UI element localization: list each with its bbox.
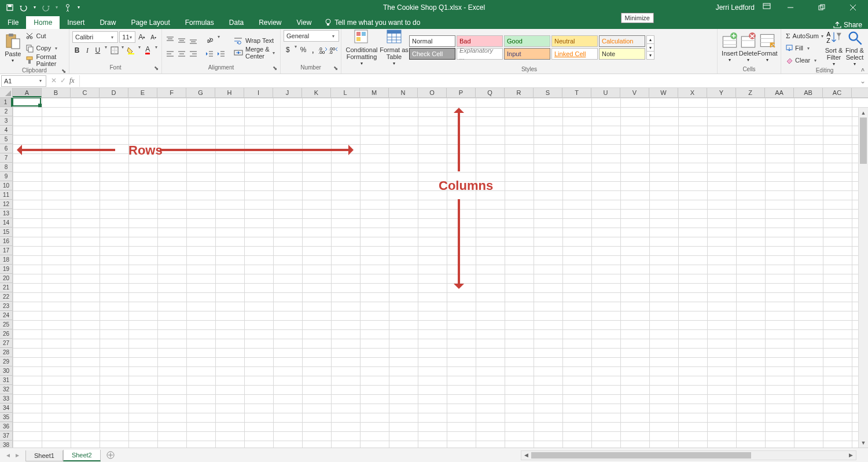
tell-me-search[interactable]: Tell me what you want to do bbox=[319, 16, 426, 29]
font-color-icon[interactable]: A bbox=[143, 45, 152, 56]
column-header[interactable]: A bbox=[13, 88, 42, 97]
row-header[interactable]: 17 bbox=[0, 246, 12, 255]
number-launcher-icon[interactable]: ⬊ bbox=[332, 64, 339, 71]
maximize-button[interactable] bbox=[810, 0, 833, 14]
row-header[interactable]: 19 bbox=[0, 265, 12, 274]
row-header[interactable]: 4 bbox=[0, 126, 12, 135]
format-cells-button[interactable]: Format▾ bbox=[757, 30, 778, 65]
style-calculation[interactable]: Calculation bbox=[599, 35, 645, 47]
wrap-text-button[interactable]: Wrap Text bbox=[232, 35, 277, 46]
row-header[interactable]: 26 bbox=[0, 329, 12, 339]
column-header[interactable]: M bbox=[360, 88, 389, 97]
decrease-indent-icon[interactable] bbox=[204, 48, 215, 60]
column-header[interactable]: U bbox=[591, 88, 620, 97]
chevron-down-icon[interactable]: ▾ bbox=[104, 45, 109, 56]
column-header[interactable]: G bbox=[186, 88, 215, 97]
styles-gallery-more[interactable]: ▴ ▾ ▾ bbox=[646, 35, 654, 60]
row-header[interactable]: 22 bbox=[0, 292, 12, 302]
align-right-icon[interactable] bbox=[188, 48, 198, 60]
row-header[interactable]: 30 bbox=[0, 366, 12, 376]
formula-bar-input[interactable] bbox=[79, 75, 858, 87]
column-header[interactable]: D bbox=[100, 88, 128, 97]
align-middle-icon[interactable] bbox=[176, 34, 187, 46]
tab-home[interactable]: Home bbox=[26, 16, 60, 29]
bold-icon[interactable]: B bbox=[72, 45, 82, 56]
scroll-down-icon[interactable]: ▼ bbox=[859, 438, 868, 448]
copy-button[interactable]: Copy▾ bbox=[24, 42, 66, 54]
sheet-tab-sheet1[interactable]: Sheet1 bbox=[25, 450, 63, 461]
row-header[interactable]: 27 bbox=[0, 339, 12, 348]
tab-draw[interactable]: Draw bbox=[92, 16, 123, 29]
row-header[interactable]: 36 bbox=[0, 422, 12, 431]
row-header[interactable]: 31 bbox=[0, 376, 12, 385]
paste-button[interactable]: Paste ▾ bbox=[3, 31, 23, 65]
style-input[interactable]: Input bbox=[504, 48, 550, 60]
format-as-table-button[interactable]: Format as Table▾ bbox=[379, 30, 409, 65]
column-header[interactable]: F bbox=[157, 88, 186, 97]
scroll-up-icon[interactable]: ▲ bbox=[859, 108, 868, 118]
row-header[interactable]: 5 bbox=[0, 135, 12, 144]
alignment-launcher-icon[interactable]: ⬊ bbox=[271, 64, 278, 71]
share-button[interactable]: Share bbox=[833, 21, 862, 29]
row-header[interactable]: 12 bbox=[0, 200, 12, 209]
row-header[interactable]: 14 bbox=[0, 218, 12, 228]
row-header[interactable]: 16 bbox=[0, 237, 12, 246]
chevron-down-icon[interactable]: ▾ bbox=[293, 44, 298, 56]
gallery-expand-icon[interactable]: ▾ bbox=[647, 52, 654, 59]
align-top-icon[interactable] bbox=[165, 34, 175, 46]
new-sheet-button[interactable] bbox=[104, 449, 117, 461]
row-header[interactable]: 9 bbox=[0, 172, 12, 181]
column-header[interactable]: W bbox=[649, 88, 678, 97]
font-launcher-icon[interactable]: ⬊ bbox=[153, 64, 160, 71]
column-header[interactable]: Z bbox=[736, 88, 765, 97]
row-header[interactable]: 33 bbox=[0, 394, 12, 404]
column-header[interactable]: H bbox=[215, 88, 244, 97]
minimize-button[interactable] bbox=[779, 0, 802, 14]
row-header[interactable]: 15 bbox=[0, 228, 12, 237]
row-header[interactable]: 7 bbox=[0, 153, 12, 163]
style-check-cell[interactable]: Check Cell bbox=[409, 48, 455, 60]
column-header[interactable]: P bbox=[447, 88, 476, 97]
tab-view[interactable]: View bbox=[289, 16, 319, 29]
chevron-down-icon[interactable]: ▾ bbox=[137, 45, 142, 56]
scroll-up-icon[interactable]: ▴ bbox=[647, 36, 654, 44]
sheet-nav-next-icon[interactable]: ▸ bbox=[13, 451, 22, 459]
column-header[interactable]: S bbox=[534, 88, 562, 97]
save-icon[interactable] bbox=[6, 3, 14, 12]
clipboard-launcher-icon[interactable]: ⬊ bbox=[60, 67, 67, 74]
column-header[interactable]: X bbox=[678, 88, 707, 97]
comma-format-icon[interactable]: , bbox=[308, 44, 317, 56]
row-header[interactable]: 38 bbox=[0, 441, 12, 448]
number-format-combo[interactable]: General▾ bbox=[284, 30, 339, 42]
row-header[interactable]: 8 bbox=[0, 163, 12, 172]
row-header[interactable]: 20 bbox=[0, 274, 12, 283]
scroll-right-icon[interactable]: ▶ bbox=[846, 452, 856, 458]
row-header[interactable]: 24 bbox=[0, 311, 12, 320]
merge-center-button[interactable]: Merge & Center▾ bbox=[232, 47, 277, 58]
column-header[interactable]: N bbox=[389, 88, 418, 97]
undo-icon[interactable] bbox=[20, 3, 28, 12]
borders-icon[interactable] bbox=[110, 45, 119, 56]
tab-file[interactable]: File bbox=[0, 16, 26, 29]
format-painter-button[interactable]: Format Painter bbox=[24, 54, 66, 66]
cut-button[interactable]: Cut bbox=[24, 30, 66, 42]
redo-icon[interactable] bbox=[42, 3, 50, 12]
row-header[interactable]: 21 bbox=[0, 283, 12, 292]
row-header[interactable]: 37 bbox=[0, 431, 12, 441]
chevron-down-icon[interactable]: ▾ bbox=[120, 45, 126, 56]
column-header[interactable]: Q bbox=[476, 88, 505, 97]
orientation-icon[interactable]: ab bbox=[204, 34, 215, 46]
conditional-formatting-button[interactable]: Conditional Formatting▾ bbox=[344, 30, 379, 65]
row-header[interactable]: 29 bbox=[0, 357, 12, 366]
row-header[interactable]: 28 bbox=[0, 348, 12, 357]
column-header[interactable]: V bbox=[620, 88, 649, 97]
align-center-icon[interactable] bbox=[176, 48, 187, 60]
column-header[interactable]: R bbox=[505, 88, 534, 97]
column-header[interactable]: B bbox=[42, 88, 71, 97]
column-header[interactable]: AB bbox=[794, 88, 823, 97]
font-size-combo[interactable]: 11▾ bbox=[119, 31, 135, 43]
chevron-down-icon[interactable]: ▾ bbox=[153, 45, 159, 56]
row-header[interactable]: 34 bbox=[0, 404, 12, 413]
column-header[interactable]: J bbox=[273, 88, 302, 97]
cells-area[interactable]: Rows Columns bbox=[13, 98, 868, 448]
